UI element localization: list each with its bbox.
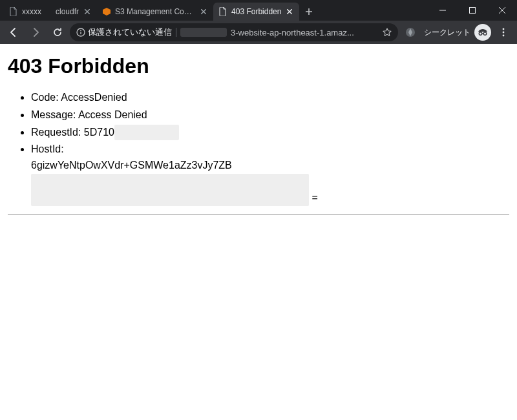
close-icon[interactable] [285, 7, 294, 16]
svg-point-8 [503, 35, 505, 37]
list-item: HostId: 6gizwYeNtpOwXVdr+GSMWe1aZz3vJy7Z… [31, 142, 509, 205]
requestid-label: RequestId: [31, 127, 81, 138]
page-title: 403 Forbidden [8, 54, 509, 78]
requestid-redacted: XXXXXXXXXXXX [114, 125, 179, 141]
list-item: RequestId: 5D710XXXXXXXXXXXX [31, 125, 509, 141]
svg-point-7 [503, 32, 505, 34]
svg-point-4 [479, 32, 482, 36]
minimize-button[interactable] [428, 0, 458, 21]
hostid-value: 6gizwYeNtpOwXVdr+GSMWe1aZz3vJy7ZB [31, 160, 232, 171]
separator [176, 28, 176, 37]
horizontal-rule [8, 214, 509, 215]
info-icon [76, 28, 85, 37]
maximize-button[interactable] [458, 0, 487, 21]
browser-window: xxxxx cloudfr S3 Management Conso [0, 0, 517, 420]
back-button[interactable] [4, 23, 23, 42]
forward-button[interactable] [26, 23, 45, 42]
svg-rect-0 [470, 8, 476, 14]
requestid-value: 5D710 [84, 127, 114, 138]
hostid-redacted: XXXXXXXXXXXXXXXXXXXXXXXXXXXXXXXXXXXXXXXX… [31, 174, 309, 206]
address-bar[interactable]: 保護されていない通信 xxxxxxxxx 3-website-ap-northe… [70, 23, 398, 41]
bookmark-star-icon[interactable] [383, 28, 392, 37]
close-icon[interactable] [83, 7, 92, 16]
list-item: Code: AccessDenied [31, 90, 509, 106]
toolbar: 保護されていない通信 xxxxxxxxx 3-website-ap-northe… [0, 21, 517, 44]
tab-3-active[interactable]: 403 Forbidden [213, 3, 299, 21]
close-icon[interactable] [199, 7, 208, 16]
svg-point-5 [483, 32, 487, 36]
incognito-icon[interactable] [474, 24, 491, 41]
tab-label-redacted: xxxxx [22, 7, 52, 16]
close-window-button[interactable] [487, 0, 517, 21]
message-label: Message: [31, 109, 76, 120]
s3-icon [102, 7, 111, 16]
hostid-trailing: = [311, 192, 317, 203]
file-icon [218, 7, 227, 16]
tab-label: cloudfr [56, 7, 79, 16]
file-icon [9, 7, 18, 16]
extension-icon[interactable] [401, 23, 420, 42]
hostid-label: HostId: [31, 143, 64, 154]
incognito-label: シークレット [423, 27, 472, 38]
svg-point-6 [503, 28, 505, 30]
svg-point-2 [80, 30, 81, 31]
tab-2[interactable]: S3 Management Conso [97, 3, 213, 21]
reload-button[interactable] [48, 23, 67, 42]
url-redacted: xxxxxxxxx [180, 28, 227, 37]
tab-label: 403 Forbidden [231, 7, 281, 16]
page-content: 403 Forbidden Code: AccessDenied Message… [0, 44, 517, 420]
list-item: Message: Access Denied [31, 107, 509, 123]
tab-1[interactable]: xxxxx cloudfr [4, 3, 97, 21]
menu-button[interactable] [494, 23, 513, 42]
new-tab-button[interactable] [301, 3, 317, 20]
url-visible: 3-website-ap-northeast-1.amaz... [231, 28, 354, 37]
titlebar: xxxxx cloudfr S3 Management Conso [0, 0, 517, 21]
not-secure-indicator[interactable]: 保護されていない通信 [76, 26, 172, 38]
window-controls [428, 0, 517, 21]
message-value: Access Denied [78, 109, 147, 120]
code-label: Code: [31, 92, 59, 103]
not-secure-label: 保護されていない通信 [88, 26, 172, 38]
error-details-list: Code: AccessDenied Message: Access Denie… [31, 90, 509, 206]
code-value: AccessDenied [61, 92, 127, 103]
tab-label: S3 Management Conso [115, 7, 195, 16]
tab-strip: xxxxx cloudfr S3 Management Conso [0, 0, 428, 21]
